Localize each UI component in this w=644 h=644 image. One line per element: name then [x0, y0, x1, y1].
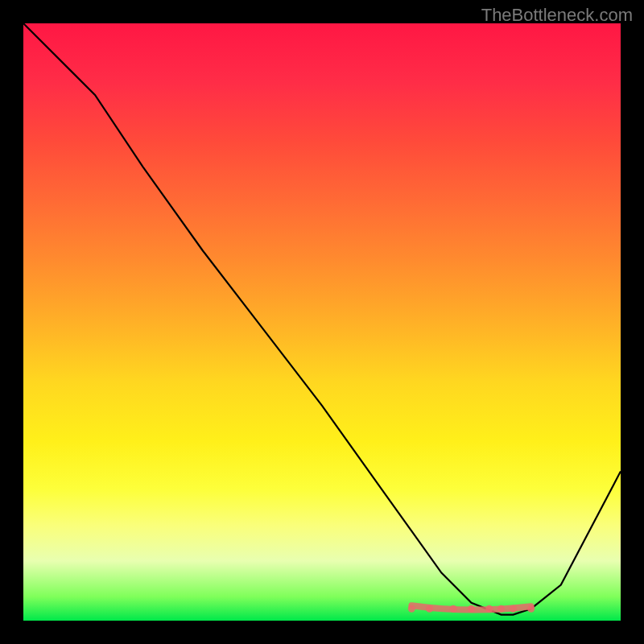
bottleneck-curve-line	[23, 23, 621, 615]
valley-marker-dot	[408, 605, 415, 613]
valley-marker-dot	[497, 605, 505, 613]
valley-marker-dot	[426, 605, 433, 613]
watermark-text: TheBottleneck.com	[481, 5, 633, 26]
valley-marker-dot	[527, 605, 535, 613]
chart-svg	[23, 23, 621, 621]
valley-marker-dot	[510, 605, 517, 613]
valley-marker-dot	[450, 605, 457, 613]
valley-marker-dot	[485, 605, 493, 613]
chart-plot-area	[23, 23, 621, 621]
valley-marker-dot	[468, 605, 475, 613]
valley-marker-dots	[408, 605, 535, 613]
